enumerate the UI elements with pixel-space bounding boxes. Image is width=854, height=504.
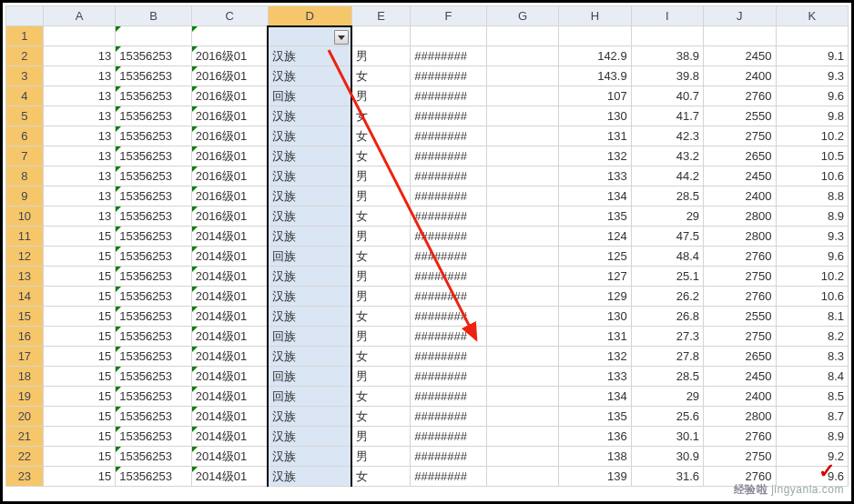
cell[interactable]: 15 [43,367,115,387]
cell[interactable]: 女 [351,247,410,267]
cell[interactable] [486,26,558,46]
cell[interactable]: 132 [559,347,631,367]
cell[interactable]: 27.8 [631,347,703,367]
cell[interactable]: 汉族 [268,427,351,447]
cell[interactable]: 9.8 [776,106,848,126]
row-header[interactable]: 12 [6,247,44,267]
cell[interactable]: 142.9 [559,46,631,66]
cell[interactable]: 15 [43,347,115,367]
cell[interactable]: 男 [351,186,410,207]
cell[interactable]: 2400 [704,186,776,207]
row-header[interactable]: 18 [6,367,44,387]
cell[interactable] [486,66,558,86]
cell[interactable]: 2014级01 [191,387,268,407]
cell[interactable]: 15 [43,287,115,307]
cell[interactable]: 汉族 [268,66,351,86]
cell[interactable]: 2014级01 [191,267,268,287]
cell[interactable]: 2016级01 [191,146,268,166]
col-header-c[interactable]: C [191,6,268,26]
cell[interactable]: 2550 [704,307,776,327]
row-header[interactable]: 22 [6,447,44,467]
cell[interactable] [43,26,115,46]
cell[interactable] [486,166,558,186]
cell[interactable]: 男 [351,367,410,387]
cell[interactable]: 2650 [704,347,776,367]
col-header-i[interactable]: I [631,6,703,26]
cell[interactable]: 2400 [704,66,776,86]
cell[interactable]: 127 [559,267,631,287]
cell[interactable]: 47.5 [631,227,703,247]
cell[interactable] [486,427,558,447]
cell[interactable]: 9.6 [776,467,848,487]
cell[interactable]: 汉族 [268,166,351,186]
cell[interactable]: 回族 [268,247,351,267]
cell[interactable]: 28.5 [631,186,703,207]
cell[interactable]: 8.8 [776,186,848,207]
cell[interactable]: 8.5 [776,387,848,407]
cell[interactable]: 131 [559,126,631,146]
cell[interactable]: 汉族 [268,467,351,487]
cell[interactable]: 9.1 [776,46,848,66]
cell[interactable]: 2800 [704,207,776,227]
cell[interactable]: 13 [43,46,115,66]
cell[interactable]: 25.6 [631,407,703,427]
cell[interactable]: 汉族 [268,186,351,207]
cell[interactable]: 2450 [704,166,776,186]
cell[interactable]: 回族 [268,327,351,347]
row-header[interactable]: 16 [6,327,44,347]
cell[interactable]: 15 [43,227,115,247]
cell[interactable]: 130 [559,106,631,126]
cell[interactable]: 15 [43,467,115,487]
col-header-e[interactable]: E [351,6,410,26]
cell[interactable]: 2750 [704,447,776,467]
cell[interactable]: 2800 [704,227,776,247]
cell[interactable]: 2014级01 [191,247,268,267]
cell[interactable]: 2800 [704,407,776,427]
cell[interactable]: ######## [411,407,487,427]
cell[interactable]: 29 [631,207,703,227]
cell[interactable]: 男 [351,166,410,186]
cell[interactable]: 2014级01 [191,447,268,467]
cell[interactable]: 15356253 [116,467,192,487]
cell[interactable]: 15356253 [116,327,192,347]
cell[interactable]: 15 [43,267,115,287]
cell[interactable]: 132 [559,146,631,166]
cell[interactable] [486,367,558,387]
cell[interactable]: 15356253 [116,447,192,467]
cell[interactable]: 13 [43,207,115,227]
cell[interactable]: 汉族 [268,207,351,227]
cell[interactable]: 15 [43,427,115,447]
cell[interactable]: 130 [559,307,631,327]
cell[interactable]: 15356253 [116,126,192,146]
cell[interactable]: 15356253 [116,166,192,186]
cell[interactable]: 15356253 [116,46,192,66]
cell[interactable]: 回族 [268,367,351,387]
cell[interactable]: 42.3 [631,126,703,146]
cell[interactable] [486,467,558,487]
cell[interactable]: 39.8 [631,66,703,86]
cell[interactable]: ######## [411,247,487,267]
cell[interactable] [116,26,192,46]
row-header[interactable]: 4 [6,86,44,106]
cell[interactable] [486,227,558,247]
cell[interactable]: 143.9 [559,66,631,86]
cell[interactable]: 2450 [704,46,776,66]
row-header[interactable]: 7 [6,146,44,166]
cell[interactable]: 29 [631,387,703,407]
cell[interactable]: 15356253 [116,66,192,86]
col-header-j[interactable]: J [704,6,776,26]
spreadsheet-grid[interactable]: A B C D E F G H I J K 1213153562532016级0… [5,5,849,499]
cell[interactable]: 2750 [704,126,776,146]
cell[interactable]: 15356253 [116,227,192,247]
cell[interactable]: 135 [559,207,631,227]
cell[interactable]: 女 [351,407,410,427]
cell[interactable]: 汉族 [268,347,351,367]
cell[interactable]: ######## [411,146,487,166]
cell[interactable]: 27.3 [631,327,703,347]
cell[interactable]: 9.3 [776,227,848,247]
cell[interactable]: 124 [559,227,631,247]
cell[interactable]: 15356253 [116,186,192,207]
col-header-f[interactable]: F [411,6,487,26]
cell[interactable]: 2014级01 [191,367,268,387]
cell[interactable]: ######## [411,106,487,126]
